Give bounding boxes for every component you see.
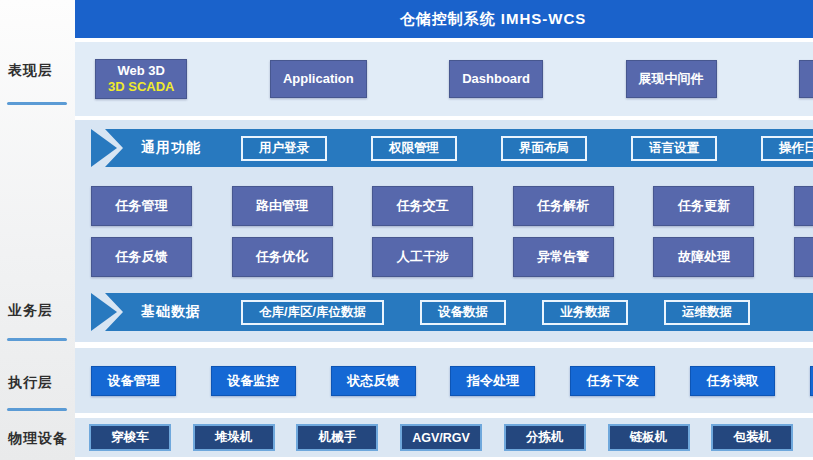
layer-divider: [7, 102, 67, 105]
operation-log-tag[interactable]: 操作日志: [761, 136, 813, 161]
base-data-label: 基础数据: [141, 303, 201, 321]
layer-divider: [7, 338, 67, 341]
devices-band: 穿梭车 堆垛机 机械手 AGV/RGV 分拣机 链板机 包装机 …….: [75, 418, 813, 457]
task-query-button[interactable]: 任务查询: [794, 186, 813, 226]
fault-handling-button[interactable]: 故障处理: [653, 237, 754, 277]
task-interact-button[interactable]: 任务交互: [372, 186, 473, 226]
stacker-crane-button[interactable]: 堆垛机: [193, 424, 275, 451]
layer-label-presentation: 表现层: [8, 62, 53, 80]
web3d-label: Web 3D: [118, 63, 165, 79]
more-tasks-button[interactable]: ……: [794, 237, 813, 277]
agv-rgv-button[interactable]: AGV/RGV: [400, 424, 482, 451]
task-dispatch-button[interactable]: 任务下发: [570, 366, 655, 396]
dashboard-button[interactable]: Dashboard: [449, 60, 543, 98]
base-data-arrow: 基础数据 仓库/库区/库位数据 设备数据 业务数据 运维数据: [105, 293, 813, 331]
wcs-architecture-diagram: 表现层 业务层 执行层 物理设备 仓储控制系统 IMHS-WCS Web 3D …: [0, 0, 813, 460]
layer-rail: 表现层 业务层 执行层 物理设备: [0, 0, 75, 460]
application-button[interactable]: Application: [270, 60, 367, 98]
equipment-data-tag[interactable]: 设备数据: [420, 300, 506, 325]
middleware-button[interactable]: 展现中间件: [626, 60, 717, 98]
layer-label-devices: 物理设备: [8, 430, 68, 448]
device-monitor-button[interactable]: 设备监控: [211, 366, 296, 396]
task-read-button[interactable]: 任务读取: [690, 366, 775, 396]
exception-alarm-button[interactable]: 异常告警: [513, 237, 614, 277]
layer-label-execution: 执行层: [8, 374, 53, 392]
execution-band: 设备管理 设备监控 状态反馈 指令处理 任务下发 任务读取 实时通信: [75, 348, 813, 413]
route-mgmt-button[interactable]: 路由管理: [232, 186, 333, 226]
chain-conveyor-button[interactable]: 链板机: [608, 424, 690, 451]
page-title: 仓储控制系统 IMHS-WCS: [75, 0, 813, 38]
task-row-1: 任务管理 路由管理 任务交互 任务解析 任务更新 任务查询: [75, 186, 813, 226]
permission-mgmt-tag[interactable]: 权限管理: [371, 136, 457, 161]
presentation-band: Web 3D 3D SCADA Application Dashboard 展现…: [75, 42, 813, 116]
packing-machine-button[interactable]: 包装机: [711, 424, 793, 451]
base-data-banner: 基础数据 仓库/库区/库位数据 设备数据 业务数据 运维数据: [91, 293, 813, 331]
task-parse-button[interactable]: 任务解析: [513, 186, 614, 226]
task-feedback-button[interactable]: 任务反馈: [91, 237, 192, 277]
status-feedback-button[interactable]: 状态反馈: [331, 366, 416, 396]
task-mgmt-button[interactable]: 任务管理: [91, 186, 192, 226]
task-update-button[interactable]: 任务更新: [653, 186, 754, 226]
language-setting-tag[interactable]: 语言设置: [631, 136, 717, 161]
common-functions-label: 通用功能: [141, 139, 201, 157]
web3d-scada-button[interactable]: Web 3D 3D SCADA: [95, 59, 187, 100]
command-process-button[interactable]: 指令处理: [450, 366, 535, 396]
scada-label: 3D SCADA: [108, 79, 174, 95]
sorter-button[interactable]: 分拣机: [504, 424, 586, 451]
business-band: 通用功能 用户登录 权限管理 界面布局 语言设置 操作日志 任务管理 路由管理 …: [75, 120, 813, 342]
device-mgmt-button[interactable]: 设备管理: [91, 366, 176, 396]
layer-label-business: 业务层: [8, 302, 53, 320]
ui-layout-tag[interactable]: 界面布局: [501, 136, 587, 161]
layer-divider: [7, 408, 67, 411]
business-data-tag[interactable]: 业务数据: [542, 300, 628, 325]
common-functions-arrow: 通用功能 用户登录 权限管理 界面布局 语言设置 操作日志: [105, 129, 813, 167]
main-panel: 仓储控制系统 IMHS-WCS Web 3D 3D SCADA Applicat…: [75, 0, 813, 460]
warehouse-data-tag[interactable]: 仓库/库区/库位数据: [241, 300, 384, 325]
manual-intervention-button[interactable]: 人工干涉: [372, 237, 473, 277]
task-optimize-button[interactable]: 任务优化: [232, 237, 333, 277]
robot-arm-button[interactable]: 机械手: [296, 424, 378, 451]
shuttle-car-button[interactable]: 穿梭车: [89, 424, 171, 451]
common-functions-banner: 通用功能 用户登录 权限管理 界面布局 语言设置 操作日志: [91, 129, 813, 167]
task-row-2: 任务反馈 任务优化 人工干涉 异常告警 故障处理 ……: [75, 237, 813, 277]
api-portal-button[interactable]: API Portal: [799, 60, 813, 98]
user-login-tag[interactable]: 用户登录: [241, 136, 327, 161]
ops-data-tag[interactable]: 运维数据: [664, 300, 750, 325]
